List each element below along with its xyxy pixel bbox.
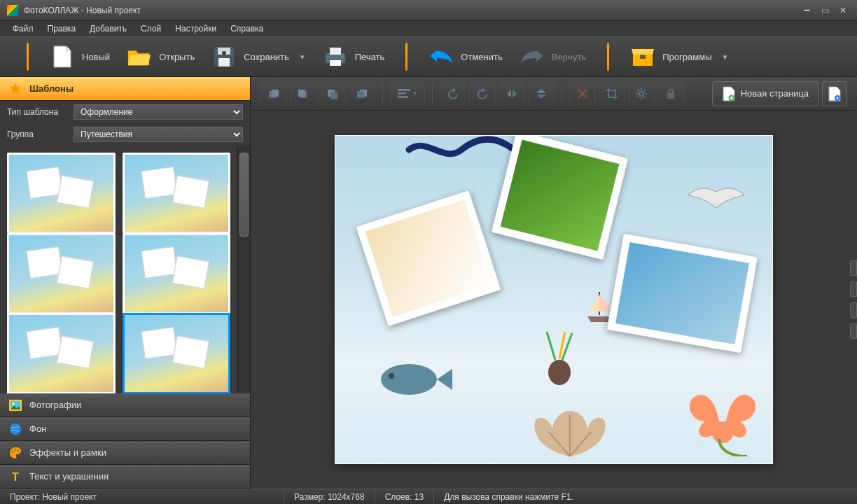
accordion-effects[interactable]: Эффекты и рамки xyxy=(0,441,250,465)
bring-to-front-button[interactable] xyxy=(260,83,287,105)
delete-button[interactable] xyxy=(569,83,596,105)
programs-button[interactable]: Программы ▼ xyxy=(622,40,737,74)
print-label: Печать xyxy=(355,52,385,62)
fish-clipart[interactable] xyxy=(370,351,454,407)
toolbar-separator xyxy=(405,43,407,71)
main-toolbar: Новый Открыть Сохранить ▼ Печать Отменит… xyxy=(0,36,857,77)
bring-forward-button[interactable] xyxy=(290,83,316,105)
menu-settings[interactable]: Настройки xyxy=(168,22,223,36)
svg-point-12 xyxy=(12,450,14,452)
svg-rect-26 xyxy=(398,96,408,98)
template-grid xyxy=(0,146,237,393)
crop-button[interactable] xyxy=(599,83,625,105)
svg-rect-17 xyxy=(272,90,279,97)
undo-icon xyxy=(428,44,454,69)
open-button[interactable]: Открыть xyxy=(118,40,203,74)
page-settings-button[interactable] xyxy=(822,81,847,106)
align-button[interactable]: ▼ xyxy=(390,83,425,105)
photo-frame[interactable] xyxy=(606,233,758,354)
svg-text:T: T xyxy=(12,471,19,483)
flip-vertical-button[interactable] xyxy=(528,83,555,105)
scrollbar[interactable] xyxy=(237,146,250,393)
main-area: Шаблоны Тип шаблона Оформление Группа Пу… xyxy=(0,77,857,489)
menu-layer[interactable]: Слой xyxy=(134,22,168,36)
template-thumb[interactable] xyxy=(7,313,116,393)
page-gear-icon xyxy=(828,86,841,102)
accordion-photos[interactable]: Фотографии xyxy=(0,393,250,417)
print-button[interactable]: Печать xyxy=(314,40,393,74)
svg-point-7 xyxy=(341,55,343,57)
flower-clipart[interactable] xyxy=(670,372,768,456)
svg-point-10 xyxy=(12,402,15,405)
new-button[interactable]: Новый xyxy=(41,40,118,74)
accordion-templates[interactable]: Шаблоны xyxy=(0,77,250,101)
side-handle[interactable] xyxy=(850,323,857,339)
template-type-select[interactable]: Оформление xyxy=(74,104,243,120)
svg-point-33 xyxy=(389,373,394,379)
undo-button[interactable]: Отменить xyxy=(420,40,510,74)
templates-panel: Тип шаблона Оформление Группа Путешестви… xyxy=(0,101,250,393)
menu-edit[interactable]: Правка xyxy=(41,22,83,36)
flip-horizontal-button[interactable] xyxy=(499,83,525,105)
rotate-right-button[interactable] xyxy=(469,83,496,105)
svg-point-13 xyxy=(14,449,16,451)
undo-label: Отменить xyxy=(461,52,502,62)
new-page-button[interactable]: Новая страница xyxy=(712,81,819,106)
send-backward-button[interactable] xyxy=(319,83,346,105)
status-size: Размер: 1024x768 xyxy=(284,489,375,504)
sidebar: Шаблоны Тип шаблона Оформление Группа Пу… xyxy=(0,77,251,489)
template-thumb[interactable] xyxy=(123,233,231,314)
globe-icon xyxy=(8,422,22,436)
accordion-templates-label: Шаблоны xyxy=(29,83,74,94)
canvas-viewport[interactable] xyxy=(251,111,857,489)
maximize-button[interactable]: ▭ xyxy=(818,4,832,18)
canvas[interactable] xyxy=(335,136,772,463)
toolbar-separator xyxy=(27,43,29,71)
svg-point-34 xyxy=(548,360,571,385)
lock-button[interactable] xyxy=(657,83,684,105)
new-page-icon xyxy=(723,86,735,102)
accordion-text-label: Текст и украшения xyxy=(29,471,109,482)
template-thumb[interactable] xyxy=(123,153,231,234)
accordion-text[interactable]: T Текст и украшения xyxy=(0,465,250,489)
programs-label: Программы xyxy=(662,52,711,62)
photo-frame[interactable] xyxy=(356,190,501,326)
settings-button[interactable] xyxy=(628,83,655,105)
cocktail-clipart[interactable] xyxy=(538,330,580,386)
send-to-back-button[interactable] xyxy=(349,83,375,105)
close-button[interactable]: ✕ xyxy=(836,4,850,18)
menu-file[interactable]: Файл xyxy=(6,22,41,36)
seagull-clipart[interactable] xyxy=(681,178,751,213)
svg-rect-5 xyxy=(330,48,341,55)
printer-icon xyxy=(323,44,348,69)
accordion-effects-label: Эффекты и рамки xyxy=(29,447,106,458)
redo-label: Вернуть xyxy=(552,52,587,62)
side-handle[interactable] xyxy=(850,281,857,297)
separator xyxy=(382,84,383,104)
scrollbar-thumb[interactable] xyxy=(239,153,249,237)
accordion-background[interactable]: Фон xyxy=(0,417,250,441)
side-handle[interactable] xyxy=(850,302,857,318)
menu-help[interactable]: Справка xyxy=(223,22,270,36)
floppy-disk-icon xyxy=(211,44,237,69)
menu-add[interactable]: Добавить xyxy=(83,22,134,36)
rotate-left-button[interactable] xyxy=(440,83,466,105)
minimize-button[interactable]: ━ xyxy=(800,4,814,18)
svg-point-14 xyxy=(17,449,19,451)
template-thumb[interactable] xyxy=(7,153,116,234)
seashell-clipart[interactable] xyxy=(524,404,615,460)
template-thumb[interactable] xyxy=(7,233,116,314)
new-page-label: Новая страница xyxy=(741,88,809,99)
svg-rect-19 xyxy=(298,90,305,97)
side-handle[interactable] xyxy=(850,260,857,276)
status-layers: Слоев: 13 xyxy=(375,489,435,504)
svg-rect-24 xyxy=(398,89,410,91)
template-group-select[interactable]: Путешествия xyxy=(74,127,243,142)
svg-point-31 xyxy=(837,97,839,99)
save-button[interactable]: Сохранить ▼ xyxy=(203,40,314,74)
svg-rect-28 xyxy=(667,93,674,99)
chevron-down-icon: ▼ xyxy=(722,53,729,61)
photo-frame[interactable] xyxy=(491,136,628,260)
redo-button[interactable]: Вернуть xyxy=(511,40,595,74)
template-thumb-selected[interactable] xyxy=(123,313,231,393)
